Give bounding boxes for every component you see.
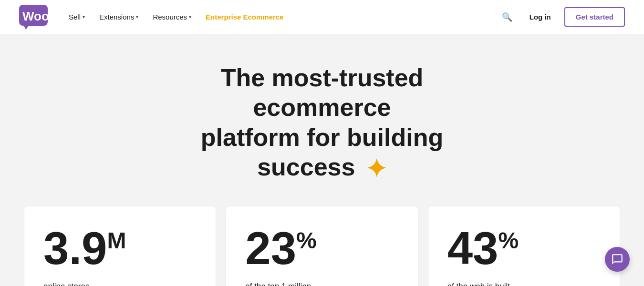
nav-enterprise[interactable]: Enterprise Ecommerce [200,9,289,25]
stat-desc-stores: online stores built with Woo [43,281,197,286]
hero-title: The most-trusted ecommerce platform for … [155,63,489,182]
stat-number-wordpress: 43 % [447,225,601,271]
nav-sell[interactable]: Sell ▾ [63,9,91,25]
stats-section: 3.9 M online stores built with Woo Built… [0,206,644,286]
resources-chevron-icon: ▾ [189,14,191,20]
woo-logo-icon: Woo [19,5,48,30]
search-button[interactable]: 🔍 [498,8,516,26]
nav-right: 🔍 Log in Get started [498,7,625,27]
svg-text:Woo: Woo [22,9,48,23]
chat-button[interactable] [605,247,630,272]
nav-resources[interactable]: Resources ▾ [147,9,197,25]
stat-number-stores: 3.9 M [43,225,197,271]
login-button[interactable]: Log in [524,9,557,25]
get-started-button[interactable]: Get started [564,7,625,27]
svg-marker-2 [24,26,29,30]
nav-links: Sell ▾ Extensions ▾ Resources ▾ Enterpri… [63,9,498,25]
stat-number-ecommerce: 23 % [245,225,398,271]
extensions-chevron-icon: ▾ [136,14,138,20]
sell-chevron-icon: ▾ [83,14,85,20]
stat-card-stores: 3.9 M online stores built with Woo Built… [24,206,216,286]
chat-icon [611,253,623,266]
stat-card-ecommerce: 23 % of the top 1 million ecommerce site… [226,206,418,286]
nav-extensions[interactable]: Extensions ▾ [93,9,144,25]
navbar: Woo Sell ▾ Extensions ▾ Resources ▾ Ente… [0,0,644,34]
stat-desc-ecommerce: of the top 1 million ecommerce sites [245,281,398,286]
search-icon: 🔍 [502,12,512,22]
sparkle-icon: ✦ [366,156,387,181]
stat-card-wordpress: 43 % of the web is built on WordPress W3… [428,206,620,286]
hero-section: The most-trusted ecommerce platform for … [0,34,644,206]
logo[interactable]: Woo [19,5,48,30]
stat-desc-wordpress: of the web is built on WordPress [447,281,601,286]
